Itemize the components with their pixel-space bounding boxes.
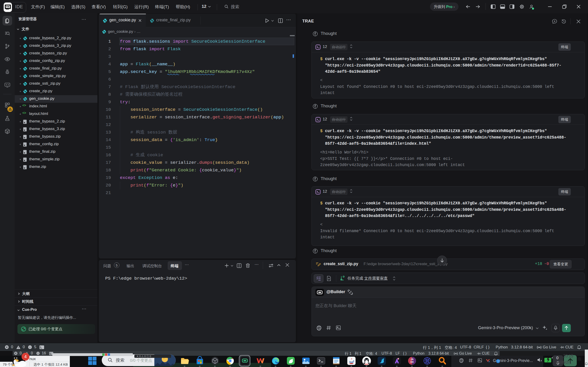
svg-text:DX: DX	[410, 361, 414, 363]
svg-text:JA: JA	[411, 358, 414, 361]
svg-text:z: z	[580, 357, 581, 359]
